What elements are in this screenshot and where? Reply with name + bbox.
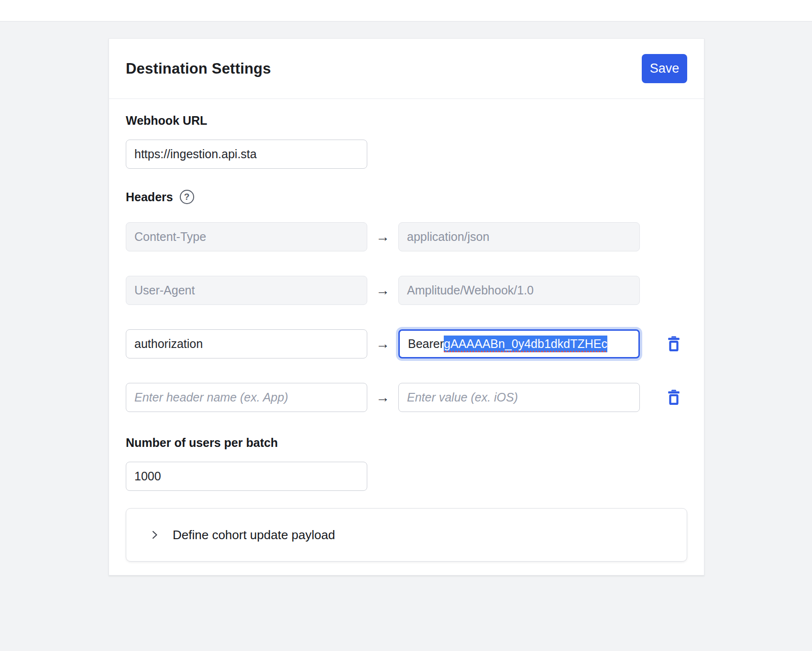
destination-settings-card: Destination Settings Save Webhook URL He…	[109, 38, 704, 575]
webhook-url-label: Webhook URL	[126, 114, 687, 128]
headers-label: Headers	[126, 190, 173, 204]
header-value-field-disabled: application/json	[398, 222, 640, 251]
page-title: Destination Settings	[126, 60, 271, 77]
delete-header-button[interactable]	[667, 389, 681, 406]
arrow-icon: →	[367, 390, 398, 405]
header-rows: Content-Type → application/json User-Age…	[126, 222, 687, 412]
header-row-empty: →	[126, 382, 687, 412]
arrow-icon: →	[367, 229, 398, 245]
header-value-field-disabled: Amplitude/Webhook/1.0	[398, 276, 640, 305]
header-row-content-type: Content-Type → application/json	[126, 222, 687, 251]
arrow-icon: →	[367, 282, 398, 298]
save-button[interactable]: Save	[642, 54, 687, 83]
new-header-value-input[interactable]	[398, 383, 640, 412]
expander-label: Define cohort update payload	[173, 528, 335, 542]
header-row-authorization: → Bearer gAAAAABn_0y4db1dkdTZHEc	[126, 329, 687, 358]
batch-size-label: Number of users per batch	[126, 436, 687, 450]
value-selected-text: gAAAAABn_0y4db1dkdTZHEc	[444, 336, 607, 352]
arrow-icon: →	[367, 336, 398, 352]
header-key-field-disabled: Content-Type	[126, 222, 367, 251]
cohort-payload-expander[interactable]: Define cohort update payload	[126, 508, 687, 562]
delete-header-button[interactable]	[667, 335, 681, 352]
value-prefix-text: Bearer	[408, 337, 444, 351]
top-navigation-bar	[0, 0, 812, 22]
webhook-url-input[interactable]	[126, 140, 367, 169]
batch-size-input[interactable]	[126, 462, 367, 491]
headers-label-row: Headers ?	[126, 190, 687, 204]
help-icon[interactable]: ?	[180, 190, 194, 204]
trash-icon	[667, 389, 681, 406]
new-header-key-input[interactable]	[126, 383, 367, 412]
card-body: Webhook URL Headers ? Content-Type → app…	[109, 114, 704, 575]
chevron-right-icon	[149, 529, 160, 541]
header-key-field-disabled: User-Agent	[126, 276, 367, 305]
header-key-input[interactable]	[126, 329, 367, 358]
header-row-user-agent: User-Agent → Amplitude/Webhook/1.0	[126, 275, 687, 305]
header-value-input-focused[interactable]: Bearer gAAAAABn_0y4db1dkdTZHEc	[398, 329, 640, 358]
card-header: Destination Settings Save	[109, 39, 704, 99]
trash-icon	[667, 335, 681, 352]
